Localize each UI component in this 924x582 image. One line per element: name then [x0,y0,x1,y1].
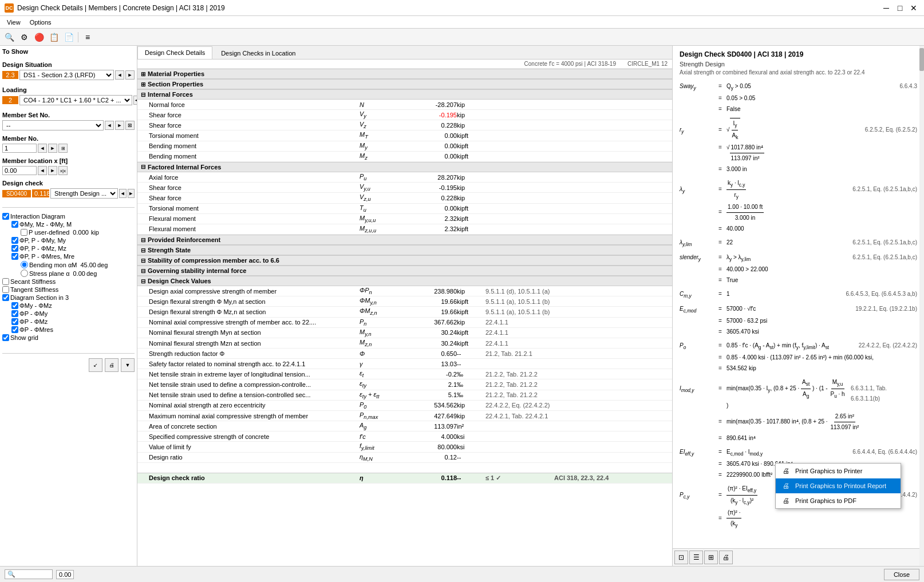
ctx-print-report[interactable]: 🖨 Print Graphics to Printout Report [776,478,901,493]
tree-stress-radio[interactable] [21,270,28,277]
section-header-stability[interactable]: ⊟ Stability of compression member acc. t… [137,255,672,266]
tree-p-user-label[interactable]: P user-defined [29,229,69,236]
tree-php-mres-label[interactable]: ΦP, P - ΦMres, Mre [19,253,74,260]
tree-diagram-section-label[interactable]: Diagram Section in 3 [10,294,69,301]
right-tool-btn2[interactable]: ☰ [689,551,703,564]
tree-php-my-checkbox[interactable] [11,237,18,244]
maximize-button[interactable]: □ [894,2,906,14]
member-no-input[interactable] [2,144,37,153]
toolbar-btn-1[interactable]: 🔍 [2,30,16,44]
ds-nav-next[interactable]: ► [125,70,135,80]
tree-php-my-label[interactable]: ΦP, P - ΦMy, My [19,237,66,244]
close-button[interactable]: ✕ [908,2,919,14]
row-flex-myu: Flexural moment My,u,u 2.32 kipft [137,214,672,224]
tree-diagram-section-checkbox[interactable] [2,294,9,301]
right-tool-btn4[interactable]: 🖨 [719,551,733,564]
tree-phimy-mz-checkbox[interactable] [11,221,18,228]
tree-tangent-checkbox[interactable] [2,286,9,293]
member-nav-pick[interactable]: ⊞ [58,144,68,153]
design-check-type-select[interactable]: Strength Design ... [50,188,118,199]
tree-bending-label[interactable]: Bending mon αM [29,262,77,268]
title-bar-controls[interactable]: ─ □ ✕ [880,2,919,14]
left-bottom-btn3[interactable]: ▼ [121,358,135,372]
ms-nav-last[interactable]: ⊠ [125,121,135,130]
tree-php-phimres-label[interactable]: ΦP - ΦMres [19,326,53,333]
left-bottom-btn2[interactable]: 🖨 [105,358,119,372]
design-situation-select[interactable]: DS1 - Section 2.3 (LRFD) [19,70,114,80]
tree-stress-label[interactable]: Stress plane α [29,270,70,277]
section-header-strength-state[interactable]: ⊟ Strength State [137,245,672,255]
tree-bending-radio[interactable] [21,261,28,268]
section-header-reinforcement[interactable]: ⊟ Provided Reinforcement [137,235,672,245]
section-header-factored[interactable]: ⊟ Factored Internal Forces [137,162,672,172]
toolbar-btn-2[interactable]: ⚙ [17,30,31,44]
toolbar-btn-5[interactable]: 📄 [62,30,76,44]
section-header-material[interactable]: ⊞ Material Properties [137,69,672,79]
ds-nav-prev[interactable]: ◄ [115,70,124,80]
row-pnmax-sym: Pn,max [360,411,405,420]
left-bottom-btn1[interactable]: ↙ [89,358,102,372]
row-phi-val: 0.650 [405,350,457,357]
ctx-print-printer[interactable]: 🖨 Print Graphics to Printer [776,464,901,478]
right-tool-btn1[interactable]: ⊡ [674,551,688,564]
close-button[interactable]: Close [884,569,919,580]
tree-php-mz-label[interactable]: ΦP, P - ΦMz, Mz [19,245,66,252]
dc-nav-prev[interactable]: ◄ [119,189,127,198]
member-set-select[interactable]: -- [2,120,104,130]
tree-secant-checkbox[interactable] [2,278,9,285]
minimize-button[interactable]: ─ [880,2,892,14]
ctx-print-pdf[interactable]: 🖨 Print Graphics to PDF [776,493,901,508]
tree-phimy-phimz-checkbox[interactable] [11,302,18,309]
tree-php-mz: ΦP, P - ΦMz, Mz [2,244,135,252]
tree-php-mres-checkbox[interactable] [11,253,18,260]
loc-nav-next[interactable]: ► [48,166,57,175]
loading-select[interactable]: CO4 - 1.20 * LC1 + 1.60 * LC2 + ... [19,95,132,105]
menu-options[interactable]: Options [25,18,56,27]
interaction-diagram-checkbox[interactable] [2,213,9,220]
tree-php-phimy-checkbox[interactable] [11,310,18,317]
section-header-governing[interactable]: ⊟ Governing stability internal force [137,266,672,276]
loc-nav-prev[interactable]: ◄ [38,166,47,175]
menu-bar: View Options [0,16,924,29]
menu-view[interactable]: View [2,18,25,27]
tab-design-checks-in-location[interactable]: Design Checks in Location [214,47,303,59]
tree-secant-label[interactable]: Secant Stiffness [10,278,56,285]
right-scrollbar-track[interactable] [919,46,924,566]
tab-design-check-details[interactable]: Design Check Details [137,46,212,59]
tree-php-phimy-label[interactable]: ΦP - ΦMy [19,310,48,317]
section-header-design-values[interactable]: ⊟ Design Check Values [137,276,672,286]
ms-nav-prev[interactable]: ◄ [105,121,114,130]
row-et-val: -0.2 [405,371,457,378]
section-header-section-props[interactable]: ⊞ Section Properties [137,79,672,89]
interaction-diagram-label[interactable]: Interaction Diagram [10,213,65,220]
tree-php-mz-checkbox[interactable] [11,245,18,252]
section-header-internal-forces[interactable]: ⊟ Internal Forces [137,89,672,100]
toolbar-btn-6[interactable]: ≡ [81,30,94,44]
tree-bending-unit: deg [97,262,108,268]
tree-phimy-phimz-label[interactable]: ΦMy - ΦMz [19,302,52,309]
toolbar-btn-4[interactable]: 📋 [47,30,61,44]
loading-nav-prev[interactable]: ◄ [133,96,137,105]
tree-php-phimres-checkbox[interactable] [11,326,18,333]
row-shear-vzu-val: 0.228 [405,195,457,201]
tree-p-user-checkbox[interactable] [21,229,27,236]
tree-php-phimz-label[interactable]: ΦP - ΦMz [19,318,48,325]
member-location-input[interactable] [2,166,37,175]
tree-show-grid-checkbox[interactable] [2,334,9,341]
center-content: Concrete f'c = 4000 psi | ACI 318-19 CIR… [137,60,672,566]
toolbar-btn-3[interactable]: 🔴 [32,30,46,44]
dc-nav-next[interactable]: ► [128,189,135,198]
tree-tangent-label[interactable]: Tangent Stiffness [10,286,58,293]
member-nav-next[interactable]: ► [48,144,57,153]
search-box[interactable]: 🔍 [5,569,53,579]
tree-show-grid-label[interactable]: Show grid [10,334,38,341]
right-tool-btn3[interactable]: ⊞ [704,551,718,564]
tree-phimy-mz-label[interactable]: ΦMy, Mz - ΦMy, M [19,221,72,228]
ms-nav-next[interactable]: ► [115,121,124,130]
loc-nav-pick[interactable]: x|x [58,166,68,175]
member-nav-prev[interactable]: ◄ [38,144,47,153]
right-scrollbar-thumb[interactable] [919,48,924,71]
row-myn-name: Nominal flexural strength Myn at section [142,329,360,336]
search-input[interactable] [15,571,50,578]
tree-php-phimz-checkbox[interactable] [11,318,18,325]
